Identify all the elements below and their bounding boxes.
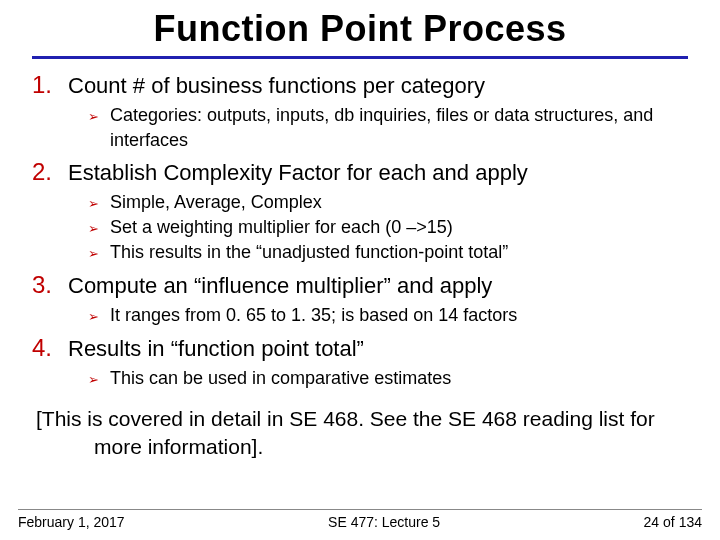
sub-list: ➢ Categories: outputs, inputs, db inquir… [32,103,688,152]
chevron-icon: ➢ [88,370,110,391]
item-text: Compute an “influence multiplier” and ap… [68,271,492,301]
main-list: 1 Count # of business functions per cate… [32,69,688,391]
sub-item: ➢ Simple, Average, Complex [88,190,688,215]
footer-row: February 1, 2017 SE 477: Lecture 5 24 of… [18,514,702,530]
item-number: 1 [32,69,62,101]
sub-text: Set a weighting multiplier for each (0 –… [110,215,453,239]
content-area: 1 Count # of business functions per cate… [32,69,688,462]
sub-item: ➢ It ranges from 0. 65 to 1. 35; is base… [88,303,688,328]
chevron-icon: ➢ [88,307,110,328]
title-rule [32,56,688,59]
chevron-icon: ➢ [88,194,110,215]
sub-list: ➢ Simple, Average, Complex ➢ Set a weigh… [32,190,688,264]
sub-item: ➢ This can be used in comparative estima… [88,366,688,391]
list-item: 3 Compute an “influence multiplier” and … [32,269,688,328]
list-item: 2 Establish Complexity Factor for each a… [32,156,688,265]
footer-center: SE 477: Lecture 5 [328,514,440,530]
sub-text: Categories: outputs, inputs, db inquirie… [110,103,688,152]
list-item: 1 Count # of business functions per cate… [32,69,688,152]
closing-text: [This is covered in detail in SE 468. Se… [36,405,684,462]
page-current: 24 [644,514,660,530]
slide-title: Function Point Process [32,8,688,50]
page-total: 134 [679,514,702,530]
chevron-icon: ➢ [88,219,110,240]
slide: Function Point Process 1 Count # of busi… [0,0,720,540]
chevron-icon: ➢ [88,244,110,265]
sub-item: ➢ Set a weighting multiplier for each (0… [88,215,688,240]
item-number: 3 [32,269,62,301]
sub-text: It ranges from 0. 65 to 1. 35; is based … [110,303,517,327]
sub-text: Simple, Average, Complex [110,190,322,214]
item-text: Results in “function point total” [68,334,364,364]
sub-item: ➢ This results in the “unadjusted functi… [88,240,688,265]
sub-text: This results in the “unadjusted function… [110,240,508,264]
item-number: 4 [32,332,62,364]
footer: February 1, 2017 SE 477: Lecture 5 24 of… [0,509,720,530]
item-text: Establish Complexity Factor for each and… [68,158,528,188]
sub-list: ➢ This can be used in comparative estima… [32,366,688,391]
footer-rule [18,509,702,510]
page-sep: of [659,514,678,530]
closing-note: [This is covered in detail in SE 468. Se… [32,405,688,462]
footer-date: February 1, 2017 [18,514,125,530]
chevron-icon: ➢ [88,107,110,128]
sub-list: ➢ It ranges from 0. 65 to 1. 35; is base… [32,303,688,328]
sub-text: This can be used in comparative estimate… [110,366,451,390]
item-text: Count # of business functions per catego… [68,71,485,101]
list-item: 4 Results in “function point total” ➢ Th… [32,332,688,391]
footer-page: 24 of 134 [644,514,702,530]
item-number: 2 [32,156,62,188]
sub-item: ➢ Categories: outputs, inputs, db inquir… [88,103,688,152]
